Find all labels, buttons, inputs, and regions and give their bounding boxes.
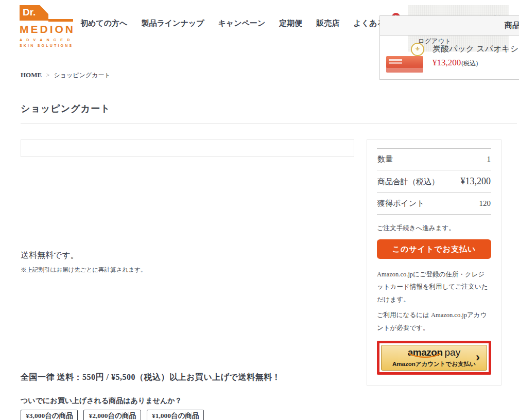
cart-table: 商品名 数量 小計 ポイント 炭酸パック スパオキシジェル10回分 ¥1 bbox=[379, 15, 519, 80]
logo-sub-line1: A D V A N C E D bbox=[20, 38, 76, 43]
product-image[interactable] bbox=[386, 43, 425, 73]
amazon-pay-button[interactable]: amazonpay Amazonアカウントでお支払い › bbox=[381, 345, 487, 371]
cart-panel: 商品名 数量 小計 ポイント 炭酸パック スパオキシジェル10回分 ¥1 bbox=[21, 139, 354, 157]
logo-dr-text: Dr. bbox=[20, 5, 48, 21]
logo-medion-text: MEDION bbox=[20, 23, 76, 36]
breadcrumb-home-link[interactable]: HOME bbox=[21, 71, 42, 79]
order-summary-panel: 数量 1 商品合計（税込） ¥13,200 獲得ポイント 120 ご注文手続きへ… bbox=[367, 139, 501, 386]
summary-total-value: ¥13,200 bbox=[461, 176, 491, 187]
product-name-link[interactable]: 炭酸パック スパオキシジェル10回分 bbox=[432, 43, 519, 56]
logo-sub-line2: SKIN SOLUTIONS bbox=[20, 43, 76, 49]
brand-logo[interactable]: Dr. MEDION A D V A N C E D SKIN SOLUTION… bbox=[20, 5, 76, 48]
recalc-note: ※上記割引はお届け先ごとに再計算されます。 bbox=[21, 266, 146, 274]
amazon-pay-caption: Amazonアカウントでお支払い bbox=[392, 360, 476, 368]
amazon-note-1: Amazon.co.jpにご登録の住所・クレジットカード情報を利用してご注文いた… bbox=[377, 268, 491, 306]
product-price: ¥13,200(税込) bbox=[432, 56, 519, 69]
logo-bar bbox=[48, 19, 73, 22]
logo-dr-mark: Dr. bbox=[20, 5, 76, 22]
cart-table-header-row: 商品名 数量 小計 ポイント bbox=[380, 16, 519, 36]
chevron-right-icon: › bbox=[476, 350, 480, 364]
nav-item-campaign[interactable]: キャンペーン bbox=[218, 19, 266, 28]
upsell-button-row: ¥3,000台の商品 ¥2,000台の商品 ¥1,000台の商品 bbox=[21, 410, 519, 420]
nav-item-lineup[interactable]: 製品ラインナップ bbox=[141, 19, 204, 28]
main-nav: 初めての方へ 製品ラインナップ キャンペーン 定期便 販売店 よくあるご質問 bbox=[80, 19, 408, 28]
page-title: ショッピングカート bbox=[21, 102, 519, 115]
pay-logo-text: pay bbox=[445, 347, 461, 358]
price-amount: ¥13,200 bbox=[432, 58, 461, 67]
nav-item-stores[interactable]: 販売店 bbox=[316, 19, 339, 28]
upsell-question: ついでにお買い上げされる商品はありませんか？ bbox=[21, 396, 519, 406]
nav-item-first-time[interactable]: 初めての方へ bbox=[80, 19, 127, 28]
amazon-note-2: ご利用になるには Amazon.co.jpアカウントが必要です。 bbox=[377, 309, 491, 334]
upsell-3000-button[interactable]: ¥3,000台の商品 bbox=[21, 410, 78, 420]
amazon-smile-icon bbox=[408, 352, 442, 360]
product-box-graphic bbox=[386, 56, 423, 73]
cart-item-row: 炭酸パック スパオキシジェル10回分 ¥13,200(税込) ¥13,200 1… bbox=[380, 36, 519, 80]
product-cell: 炭酸パック スパオキシジェル10回分 ¥13,200(税込) bbox=[380, 36, 519, 80]
summary-row-total: 商品合計（税込） ¥13,200 bbox=[377, 170, 491, 193]
upsell-2000-button[interactable]: ¥2,000台の商品 bbox=[83, 410, 141, 420]
price-tax-note: (税込) bbox=[461, 60, 478, 67]
summary-row-points: 獲得ポイント 120 bbox=[377, 193, 491, 215]
free-shipping-note: 送料無料です。 bbox=[21, 250, 146, 261]
amazon-pay-logo: amazonpay bbox=[408, 347, 460, 357]
summary-quantity-value: 1 bbox=[487, 155, 491, 164]
col-header-product-name: 商品名 bbox=[380, 16, 519, 36]
summary-points-value: 120 bbox=[479, 199, 491, 208]
summary-row-quantity: 数量 1 bbox=[377, 148, 491, 170]
amazon-pay-highlight-frame: amazonpay Amazonアカウントでお支払い › bbox=[377, 341, 491, 375]
proceed-note: ご注文手続きへ進みます。 bbox=[377, 224, 491, 233]
breadcrumb-current: ショッピングカート bbox=[54, 72, 110, 79]
shipping-banner: 全国一律 送料：550円 / ¥5,500（税込）以上お買い上げで送料無料！ bbox=[21, 372, 519, 383]
breadcrumb-separator: > bbox=[46, 72, 49, 79]
logo-subtitle: A D V A N C E D SKIN SOLUTIONS bbox=[20, 38, 76, 48]
site-checkout-button[interactable]: このサイトでお支払い bbox=[377, 239, 491, 259]
upsell-1000-button[interactable]: ¥1,000台の商品 bbox=[147, 410, 204, 420]
medal-icon bbox=[411, 43, 424, 56]
summary-total-label: 商品合計（税込） bbox=[377, 177, 439, 187]
title-divider bbox=[21, 124, 517, 124]
summary-quantity-label: 数量 bbox=[377, 154, 393, 164]
nav-item-subscription[interactable]: 定期便 bbox=[279, 19, 302, 28]
summary-points-label: 獲得ポイント bbox=[377, 199, 424, 208]
